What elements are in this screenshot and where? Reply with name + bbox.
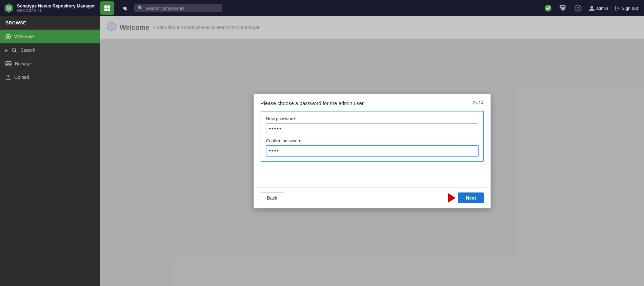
settings-icon-btn[interactable] <box>117 1 131 15</box>
sidebar-header: Browse <box>0 16 100 30</box>
sign-out-label: Sign out <box>622 6 638 11</box>
brand-version: OSS 3.37.0-01 <box>17 8 95 13</box>
user-icon <box>589 5 595 11</box>
confirm-password-label: Confirm password: <box>266 138 478 143</box>
search-bar[interactable]: 🔍 Search components <box>134 4 222 12</box>
svg-point-11 <box>590 6 593 8</box>
search-glass-icon <box>12 47 17 53</box>
content-area: Welcome Learn about Sonatype Nexus Repos… <box>100 16 644 286</box>
svg-line-15 <box>15 51 17 53</box>
sidebar-item-label-welcome: Welcome <box>14 34 34 39</box>
new-password-input[interactable] <box>266 123 478 134</box>
password-dialog: Please choose a password for the admin u… <box>254 94 491 208</box>
password-section: New password: Confirm password: <box>261 111 484 162</box>
signout-icon <box>615 5 620 11</box>
confirm-password-input[interactable] <box>266 145 478 156</box>
svg-point-7 <box>545 5 551 12</box>
svg-rect-4 <box>107 5 110 8</box>
sidebar-item-welcome[interactable]: Welcome <box>0 30 100 43</box>
sidebar-item-label-search: Search <box>20 47 35 53</box>
search-placeholder: Search components <box>145 6 185 11</box>
svg-rect-5 <box>104 8 107 11</box>
sidebar-item-browse[interactable]: Browse <box>0 57 100 70</box>
svg-point-16 <box>6 61 11 63</box>
help-icon: ? <box>575 5 581 12</box>
dialog-overlay: Please choose a password for the admin u… <box>100 16 644 286</box>
components-icon-btn[interactable] <box>100 1 114 15</box>
expand-arrow-icon: ▶ <box>5 48 8 52</box>
status-check-btn[interactable] <box>541 1 555 15</box>
new-password-label: New password: <box>266 116 478 121</box>
cube-icon <box>104 5 110 12</box>
dialog-header: Please choose a password for the admin u… <box>254 94 490 111</box>
green-check-icon <box>544 4 552 12</box>
welcome-icon <box>5 34 11 39</box>
dialog-body: New password: Confirm password: <box>254 111 490 174</box>
next-button-wrapper: Next <box>448 192 483 203</box>
username-label: admin <box>596 6 608 11</box>
svg-point-13 <box>7 36 9 38</box>
back-button[interactable]: Back <box>261 192 284 203</box>
red-arrow-icon <box>448 193 456 203</box>
sidebar-item-search[interactable]: ▶ Search <box>0 43 100 57</box>
dialog-footer: Back Next <box>254 187 490 208</box>
brand-logo-icon <box>3 3 14 14</box>
svg-point-2 <box>8 7 9 9</box>
upload-arrow-icon <box>5 75 11 80</box>
refresh-icon <box>560 5 566 12</box>
dialog-title: Please choose a password for the admin u… <box>261 100 364 106</box>
brand: Sonatype Nexus Repository Manager OSS 3.… <box>3 3 95 14</box>
sidebar-item-label-upload: Upload <box>14 75 29 80</box>
sidebar: Browse Welcome ▶ Search <box>0 16 100 286</box>
brand-title: Sonatype Nexus Repository Manager <box>17 3 95 9</box>
gear-icon <box>121 5 127 12</box>
sidebar-item-upload[interactable]: Upload <box>0 70 100 84</box>
svg-rect-3 <box>104 5 107 8</box>
brand-text: Sonatype Nexus Repository Manager OSS 3.… <box>17 3 95 13</box>
circle-icon <box>5 34 11 39</box>
search-icon: 🔍 <box>138 5 143 11</box>
svg-rect-6 <box>107 8 110 11</box>
svg-text:?: ? <box>577 6 579 11</box>
main-layout: Browse Welcome ▶ Search <box>0 16 644 286</box>
search-icon <box>12 47 17 53</box>
user-menu[interactable]: admin <box>586 4 611 13</box>
navbar: Sonatype Nexus Repository Manager OSS 3.… <box>0 0 644 16</box>
layers-icon <box>5 61 12 66</box>
nav-right: ? admin Sign out <box>541 1 641 15</box>
next-button[interactable]: Next <box>458 192 483 203</box>
refresh-btn[interactable] <box>556 1 570 15</box>
browse-icon <box>5 61 12 66</box>
upload-icon <box>5 75 11 80</box>
sidebar-item-label-browse: Browse <box>15 61 31 66</box>
sign-out-btn[interactable]: Sign out <box>612 4 641 12</box>
dialog-step: 2 of 4 <box>472 100 484 105</box>
help-btn[interactable]: ? <box>571 1 585 15</box>
